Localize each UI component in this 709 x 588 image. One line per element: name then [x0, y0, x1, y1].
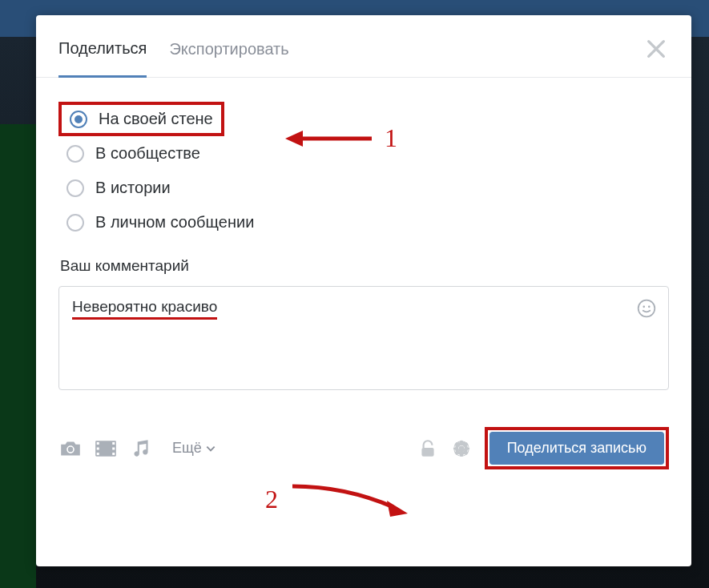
video-icon [94, 438, 118, 459]
tab-share[interactable]: Поделиться [58, 34, 147, 78]
radio-indicator [66, 179, 84, 197]
comment-text: Невероятно красиво [72, 298, 217, 320]
svg-marker-16 [285, 131, 303, 147]
more-label: Ещё [172, 440, 202, 457]
share-modal: Поделиться Экспортировать На своей стене… [36, 15, 691, 566]
close-icon [643, 36, 669, 62]
camera-icon [58, 438, 83, 459]
annotation-2: 2 [265, 481, 409, 517]
attach-more-button[interactable]: Ещё [172, 440, 216, 457]
annotation-highlight-1: На своей стене [58, 102, 224, 136]
music-icon [129, 438, 153, 459]
chevron-down-icon [205, 443, 216, 454]
radio-label: В личном сообщении [95, 213, 254, 232]
annotation-1: 1 [285, 123, 397, 153]
svg-rect-6 [97, 441, 99, 444]
svg-point-0 [639, 300, 655, 317]
radio-story[interactable]: В истории [58, 171, 669, 205]
share-post-button[interactable]: Поделиться записью [489, 432, 664, 465]
comment-label: Ваш комментарий [60, 257, 669, 275]
modal-tabs: Поделиться Экспортировать [36, 15, 691, 78]
attach-photo-button[interactable] [58, 438, 83, 459]
annotation-number: 2 [265, 485, 278, 514]
radio-own-wall[interactable]: На своей стене [70, 110, 213, 128]
modal-footer: Ещё [58, 427, 669, 469]
radio-indicator [66, 214, 84, 232]
privacy-button[interactable] [417, 438, 438, 459]
radio-label: В истории [95, 179, 171, 197]
attach-video-button[interactable] [94, 438, 118, 459]
svg-rect-10 [112, 447, 115, 449]
svg-marker-17 [387, 501, 408, 517]
annotation-highlight-2: Поделиться записью [485, 427, 669, 469]
radio-indicator [66, 145, 84, 163]
svg-point-2 [648, 306, 651, 308]
gear-icon [451, 438, 472, 459]
attach-audio-button[interactable] [129, 438, 153, 459]
lock-open-icon [417, 438, 438, 459]
background-image-strip [0, 124, 36, 588]
svg-rect-12 [421, 447, 433, 456]
svg-rect-9 [112, 441, 115, 444]
svg-rect-7 [97, 447, 99, 449]
svg-rect-11 [112, 453, 115, 455]
radio-label: На своей стене [99, 110, 213, 128]
close-button[interactable] [643, 36, 669, 62]
comment-textarea[interactable]: Невероятно красиво [58, 286, 669, 390]
settings-button[interactable] [451, 438, 472, 459]
radio-indicator [70, 111, 87, 128]
arrow-right-down-icon [289, 481, 409, 517]
svg-point-4 [68, 446, 73, 451]
share-target-radio-group: На своей стене В сообществе В истории В … [58, 102, 669, 240]
radio-label: В сообществе [95, 144, 200, 163]
radio-private-message[interactable]: В личном сообщении [58, 205, 669, 240]
emoji-picker-button[interactable] [636, 298, 657, 319]
annotation-number: 1 [385, 123, 397, 153]
svg-point-1 [643, 306, 645, 308]
svg-rect-8 [97, 453, 99, 455]
tab-export[interactable]: Экспортировать [169, 35, 288, 76]
smiley-icon [636, 298, 657, 319]
arrow-left-icon [285, 127, 373, 151]
attach-icons: Ещё [58, 438, 216, 459]
